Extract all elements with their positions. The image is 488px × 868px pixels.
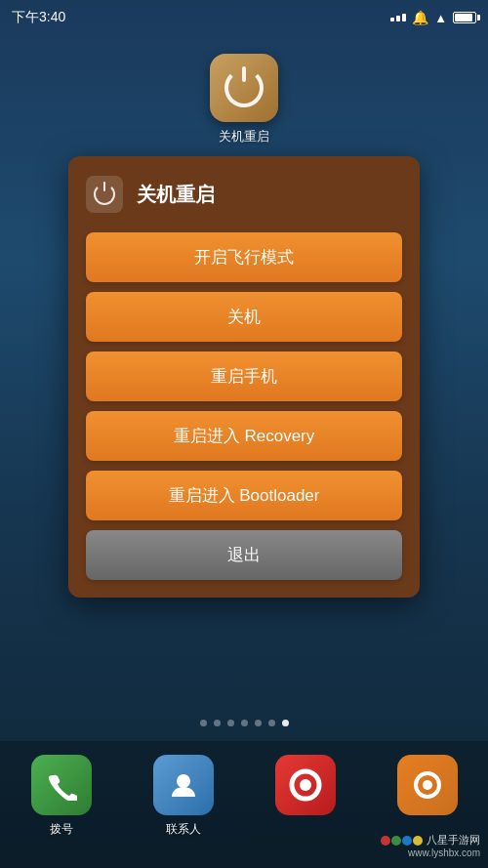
vodafone-icon: [275, 755, 336, 815]
bootloader-button[interactable]: 重启进入 Bootloader: [86, 471, 402, 520]
svg-point-4: [423, 780, 432, 790]
recovery-button[interactable]: 重启进入 Recovery: [86, 411, 402, 461]
watermark-logo: 八星手游网: [381, 833, 480, 847]
svg-point-0: [177, 774, 190, 788]
home-icon-label: 关机重启: [219, 128, 269, 145]
phone-svg: [46, 769, 77, 801]
status-time: 下午3:40: [12, 9, 65, 26]
page-dot-7-active: [282, 720, 289, 726]
dialog-overlay: 关机重启 开启飞行模式 关机 重启手机 重启进入 Recovery 重启进入 B…: [68, 156, 420, 598]
airplane-mode-button[interactable]: 开启飞行模式: [86, 232, 402, 282]
home-icon-area: 关机重启: [210, 54, 278, 145]
watermark: 八星手游网 www.lyshbx.com: [381, 833, 480, 858]
page-dots: [0, 720, 488, 726]
contacts-svg: [168, 769, 199, 801]
restart-button[interactable]: 重启手机: [86, 351, 402, 401]
page-dot-1: [200, 720, 207, 726]
wc-red: [381, 836, 390, 846]
page-dot-2: [214, 720, 221, 726]
phone-label: 拨号: [50, 821, 73, 838]
contacts-label: 联系人: [166, 821, 201, 838]
shutdown-button[interactable]: 关机: [86, 292, 402, 342]
power-symbol-large-icon: [224, 68, 264, 107]
dialog-power-icon: [86, 176, 123, 213]
contacts-icon: [153, 755, 214, 815]
exit-button[interactable]: 退出: [86, 530, 402, 580]
status-icons: 🔔 ▲: [390, 10, 476, 25]
app4-icon: [397, 755, 458, 815]
watermark-circles: [381, 836, 423, 846]
dock-item-phone[interactable]: 拨号: [0, 751, 122, 838]
app4-svg: [410, 767, 445, 803]
power-app-icon[interactable]: [210, 54, 278, 122]
signal-icon: [390, 14, 406, 21]
wc-yellow: [413, 836, 423, 846]
dock-item-app4[interactable]: [366, 751, 488, 821]
page-dot-5: [255, 720, 262, 726]
wifi-icon: ▲: [434, 11, 447, 25]
page-dot-4: [241, 720, 248, 726]
phone-icon: [31, 755, 92, 815]
watermark-url: www.lyshbx.com: [408, 847, 480, 858]
status-bar: 下午3:40 🔔 ▲: [0, 0, 488, 35]
notification-icon: 🔔: [412, 10, 428, 25]
dock-item-contacts[interactable]: 联系人: [122, 751, 244, 838]
page-dot-3: [227, 720, 234, 726]
battery-icon: [453, 12, 476, 23]
dialog-header: 关机重启: [86, 176, 402, 213]
svg-point-2: [300, 779, 311, 791]
wc-green: [391, 836, 401, 846]
page-dot-6: [268, 720, 275, 726]
power-symbol-small-icon: [94, 184, 115, 205]
dialog-title: 关机重启: [137, 182, 215, 208]
dock-item-vodafone[interactable]: [244, 751, 366, 821]
wc-blue: [402, 836, 412, 846]
watermark-site: 八星手游网: [427, 833, 480, 847]
vodafone-svg: [288, 767, 323, 803]
